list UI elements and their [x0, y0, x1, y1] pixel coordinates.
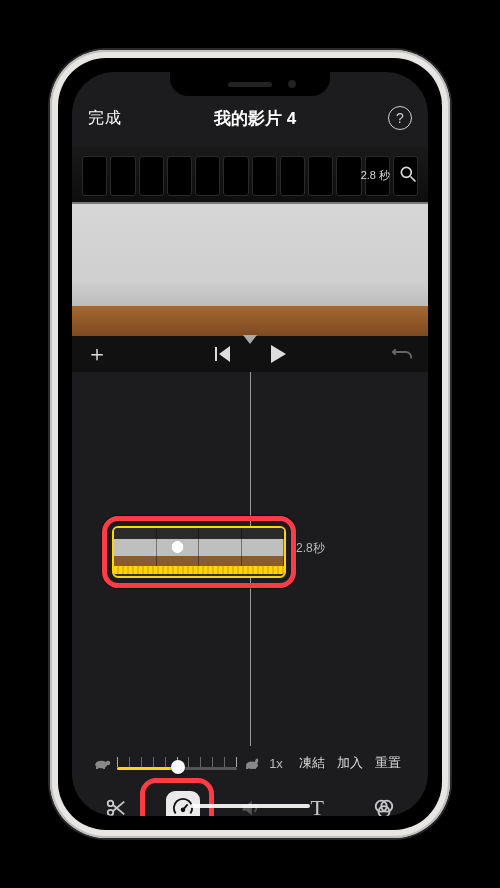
clip-speed-bar	[114, 566, 284, 574]
rabbit-icon	[243, 756, 261, 770]
text-icon: T	[310, 795, 323, 816]
svg-line-1	[411, 177, 416, 182]
video-clip[interactable]	[112, 526, 286, 578]
speed-slider-knob[interactable]	[171, 760, 185, 774]
video-preview[interactable]: 2.8 秒	[72, 146, 428, 336]
app-screen: 完成 我的影片 4 ? 2.8 秒	[72, 72, 428, 816]
done-button[interactable]: 完成	[88, 108, 122, 129]
phone-bezel: 完成 我的影片 4 ? 2.8 秒	[58, 58, 442, 830]
playhead-marker-icon	[243, 335, 257, 344]
add-media-button[interactable]: ＋	[86, 339, 108, 369]
svg-rect-4	[96, 767, 98, 769]
preview-desk	[72, 306, 428, 336]
svg-rect-9	[254, 767, 256, 769]
svg-rect-8	[246, 767, 248, 769]
transport-bar: ＋	[72, 336, 428, 372]
speed-add-button[interactable]: 加入	[337, 754, 363, 772]
home-indicator[interactable]	[190, 804, 310, 808]
tool-split[interactable]	[99, 791, 133, 816]
svg-rect-5	[103, 767, 105, 769]
svg-point-0	[401, 167, 411, 177]
speed-slider[interactable]	[117, 754, 237, 772]
annotation-selected-clip	[102, 516, 296, 588]
timeline[interactable]: 2.8秒	[72, 372, 428, 746]
edit-toolbar: T	[72, 780, 428, 816]
zoom-button[interactable]	[398, 164, 418, 184]
play-button[interactable]	[271, 345, 286, 363]
project-title: 我的影片 4	[214, 107, 296, 130]
phone-frame: 完成 我的影片 4 ? 2.8 秒	[50, 50, 450, 838]
scissors-icon	[105, 797, 127, 816]
tool-filters[interactable]	[367, 791, 401, 816]
speed-multiplier-label: 1x	[269, 756, 283, 771]
undo-icon	[392, 343, 414, 361]
freeze-button[interactable]: 凍結	[299, 754, 325, 772]
undo-button[interactable]	[392, 343, 414, 365]
help-button[interactable]: ?	[388, 106, 412, 130]
turtle-icon	[93, 756, 111, 770]
preview-laptop-body	[72, 204, 428, 314]
preview-duration-label: 2.8 秒	[361, 168, 390, 183]
filters-icon	[373, 797, 395, 816]
speed-reset-button[interactable]: 重置	[375, 754, 401, 772]
phone-notch	[170, 72, 330, 96]
skip-to-start-button[interactable]	[215, 346, 231, 362]
add-icon: ＋	[86, 341, 108, 366]
speed-controls-row: 1x 凍結 加入 重置	[72, 746, 428, 780]
svg-point-15	[181, 808, 184, 811]
svg-point-3	[106, 761, 111, 766]
help-icon: ?	[396, 110, 404, 126]
clip-duration-label: 2.8秒	[296, 540, 325, 557]
